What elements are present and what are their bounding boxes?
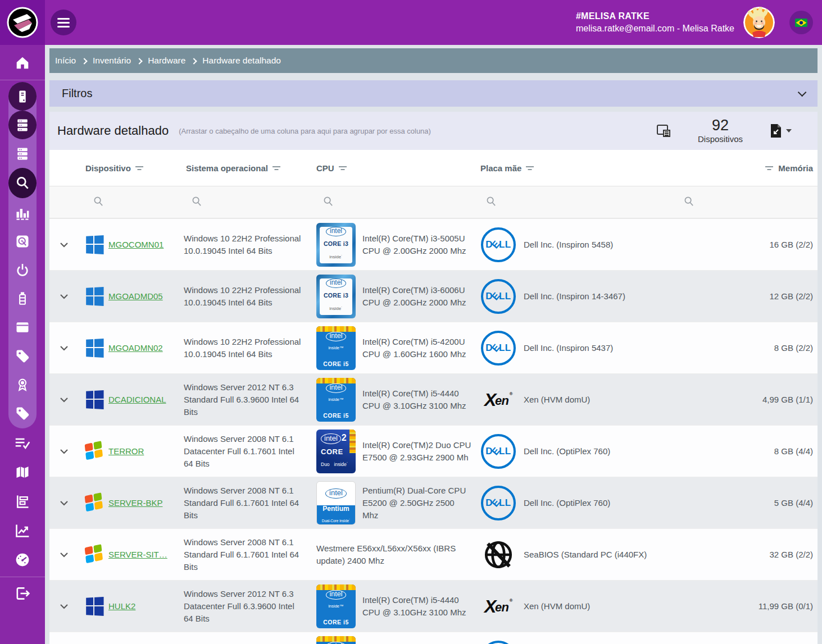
dell-logo-icon: DELL <box>480 434 516 469</box>
row-expander-chevron[interactable] <box>49 242 79 248</box>
table-row: MGOCOMN01 Windows 10 22H2 Professional 1… <box>49 218 818 270</box>
sidebar-item-logout[interactable] <box>0 579 45 608</box>
home-icon <box>14 54 31 71</box>
table-body: MGOCOMN01 Windows 10 22H2 Professional 1… <box>49 218 818 644</box>
row-expander-chevron[interactable] <box>49 345 79 351</box>
sidebar-item-labels[interactable] <box>8 399 37 427</box>
cpu-text: Intel(R) Core(TM) i3-6006U CPU @ 2.00GHz… <box>362 284 473 309</box>
column-header-cpu[interactable]: CPU <box>316 163 480 173</box>
row-expander-chevron[interactable] <box>49 397 79 403</box>
device-link[interactable]: SERVER-BKP <box>108 497 162 509</box>
memory-text: 12 GB (2/2) <box>649 290 818 303</box>
column-search-input[interactable] <box>184 186 316 218</box>
column-header-board[interactable]: Placa mãe <box>480 163 649 173</box>
column-search-input[interactable] <box>480 186 649 218</box>
row-expander-chevron[interactable] <box>49 552 79 558</box>
device-link[interactable]: DCADICIONAL <box>108 394 166 406</box>
board-text: Xen (HVM domU) <box>524 394 590 406</box>
sidebar-item-licenses[interactable] <box>8 370 37 399</box>
device-link[interactable]: MGOADMD05 <box>108 290 163 303</box>
sidebar-item-power[interactable] <box>8 255 37 284</box>
device-link[interactable]: HULK2 <box>108 600 135 613</box>
column-search-input[interactable] <box>649 186 818 218</box>
row-expander-chevron[interactable] <box>49 294 79 299</box>
os-text: Windows Server 2012 NT 6.3 Datacenter Fu… <box>184 588 316 625</box>
device-link[interactable]: MGOCOMN01 <box>108 239 164 251</box>
column-search-input[interactable] <box>79 186 184 218</box>
sidebar-item-statistics[interactable] <box>8 198 37 227</box>
row-expander-chevron[interactable] <box>49 500 79 506</box>
breadcrumb-item[interactable]: Inventário <box>93 56 131 66</box>
pentium-badge-icon: intelPentiumDual-Core inside˙ <box>316 481 356 525</box>
user-avatar[interactable] <box>743 7 775 38</box>
sidebar-item-software[interactable] <box>8 313 37 341</box>
dell-logo-icon: DELL <box>480 227 516 262</box>
sidebar-item-map[interactable] <box>0 458 45 487</box>
core-i5-haswell-badge-icon: intelinside™CORE i5 <box>316 378 356 422</box>
sidebar-item-hardware-list[interactable] <box>8 139 37 168</box>
filter-icon[interactable] <box>273 163 281 173</box>
board-text: Dell Inc. (Inspiron 5458) <box>524 239 613 251</box>
device-link[interactable]: TERROR <box>108 445 144 458</box>
search-icon <box>486 196 497 209</box>
memory-text: 11,99 GB (0/1) <box>649 600 818 613</box>
sidebar-item-hardware-search[interactable] <box>8 168 37 198</box>
device-count-number: 92 <box>698 118 743 133</box>
sidebar-item-dashboard[interactable] <box>0 545 45 574</box>
filter-icon[interactable] <box>135 163 144 173</box>
device-link[interactable]: SERVER-SIT… <box>108 549 167 561</box>
search-icon <box>684 196 694 209</box>
board-text: Dell Inc. (OptiPlex 760) <box>524 497 610 509</box>
column-search-input[interactable] <box>316 186 480 218</box>
sidebar-item-home[interactable] <box>0 48 45 77</box>
board-text: Xen (HVM domU) <box>524 600 590 613</box>
filters-panel-header[interactable]: Filtros <box>49 80 818 107</box>
os-text: Windows Server 2008 NT 6.1 Datacenter Fu… <box>184 433 316 470</box>
cpu-text: Intel(R) Core(TM) i5-4440 CPU @ 3.10GHz … <box>362 594 473 619</box>
row-expander-chevron[interactable] <box>49 604 79 609</box>
os-text: Windows 10 22H2 Professional 10.0.19045 … <box>184 284 316 309</box>
hamburger-menu-icon[interactable] <box>51 10 76 35</box>
app-root: #MELISA RATKE melisa.ratke@email.com - M… <box>0 0 822 644</box>
sidebar-item-storage[interactable] <box>8 227 37 255</box>
filter-icon[interactable] <box>765 163 774 173</box>
search-icon <box>15 175 30 191</box>
column-chooser-icon[interactable] <box>656 124 671 138</box>
sidebar-active-group <box>8 82 37 428</box>
sidebar-divider <box>0 577 45 577</box>
brand-logo[interactable] <box>0 0 45 45</box>
device-count: 92 Dispositivos <box>698 118 743 144</box>
sidebar-item-inventory-hardware[interactable] <box>8 111 37 139</box>
sidebar-item-inventory-computer[interactable] <box>8 82 37 111</box>
sidebar-item-battery[interactable] <box>8 284 37 313</box>
table-row: HULK2 Windows Server 2012 NT 6.3 Datacen… <box>49 580 818 632</box>
table-row: TERROR Windows Server 2008 NT 6.1 Datace… <box>49 425 818 477</box>
core-i5-haswell-badge-icon: intelinside™CORE i5 <box>316 636 356 644</box>
computer-tower-icon <box>15 88 30 105</box>
battery-icon <box>15 290 30 307</box>
device-link[interactable]: MGOADMN02 <box>108 342 163 354</box>
export-button[interactable] <box>770 124 792 138</box>
row-expander-chevron[interactable] <box>49 449 79 454</box>
breadcrumb-item[interactable]: Início <box>55 56 76 66</box>
column-header-device[interactable]: Dispositivo <box>79 163 184 173</box>
memory-text: 16 GB (2/2) <box>649 239 818 251</box>
window-icon <box>15 319 30 335</box>
list-check-icon <box>14 435 31 451</box>
sidebar-item-checklist[interactable] <box>0 428 45 458</box>
filter-icon[interactable] <box>339 163 347 173</box>
sidebar-item-tags[interactable] <box>8 341 37 370</box>
sidebar-item-analytics[interactable] <box>0 516 45 545</box>
column-header-os[interactable]: Sistema operacional <box>184 163 316 173</box>
column-header-mem[interactable]: Memória <box>649 163 818 173</box>
filter-icon[interactable] <box>526 163 534 173</box>
column-search-row <box>49 186 818 218</box>
board-text: Dell Inc. (OptiPlex 760) <box>524 445 610 458</box>
chevron-right-icon <box>191 58 197 64</box>
core2duo-badge-icon: intel2COREDuoinside˙ <box>316 430 356 473</box>
brazil-flag-icon[interactable] <box>789 11 813 34</box>
sidebar <box>0 45 45 644</box>
sidebar-item-reports[interactable] <box>0 487 45 516</box>
breadcrumb-item[interactable]: Hardware detalhado <box>202 56 281 66</box>
breadcrumb-item[interactable]: Hardware <box>148 56 185 66</box>
